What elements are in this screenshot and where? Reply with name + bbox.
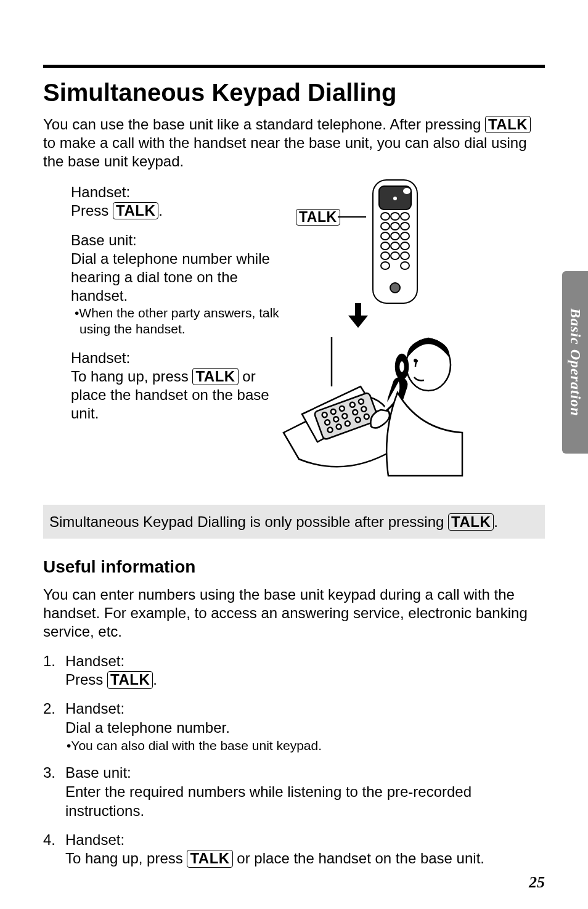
svg-point-26	[339, 406, 345, 412]
item-1-l2b: .	[153, 671, 157, 688]
item-2-l1: Handset:	[65, 699, 545, 719]
svg-point-34	[352, 409, 358, 415]
step-2-note: •When the other party answers, talk usin…	[71, 305, 280, 338]
item-2-note: •You can also dial with the base unit ke…	[65, 738, 545, 754]
svg-point-2	[403, 188, 410, 194]
talk-key-icon: TALK	[113, 202, 158, 219]
svg-point-21	[390, 283, 400, 293]
item-1-l1: Handset:	[65, 652, 545, 671]
svg-point-25	[330, 409, 337, 415]
step-1-line2a: Press	[71, 202, 113, 219]
talk-key-icon: TALK	[448, 513, 494, 531]
item-number: 3.	[43, 764, 55, 783]
item-2-l2: Dial a telephone number.	[65, 719, 545, 738]
talk-key-icon: TALK	[296, 209, 340, 226]
useful-intro: You can enter numbers using the base uni…	[43, 585, 545, 641]
item-3-l1: Base unit:	[65, 764, 545, 783]
callout-box: Simultaneous Keypad Dialling is only pos…	[43, 505, 545, 539]
intro-text-b: to make a call with the handset near the…	[43, 134, 527, 169]
svg-point-3	[393, 197, 397, 200]
svg-point-8	[391, 222, 399, 230]
step-2-line1: Base unit:	[71, 231, 280, 250]
svg-point-33	[349, 402, 356, 408]
step-2: Base unit: Dial a telephone number while…	[71, 231, 280, 338]
list-item: 1. Handset: Press TALK.	[43, 652, 545, 690]
intro-paragraph: You can use the base unit like a standar…	[43, 115, 545, 171]
svg-point-29	[341, 413, 348, 419]
callout-a: Simultaneous Keypad Dialling is only pos…	[49, 513, 448, 530]
svg-point-17	[391, 252, 399, 259]
svg-point-40	[414, 359, 416, 361]
talk-key-icon: TALK	[192, 368, 238, 385]
page-title: Simultaneous Keypad Dialling	[43, 79, 545, 107]
svg-point-14	[391, 242, 399, 250]
step-1-line2b: .	[158, 202, 163, 219]
list-item: 2. Handset: Dial a telephone number. •Yo…	[43, 699, 545, 754]
svg-point-20	[401, 262, 409, 269]
svg-point-19	[381, 262, 390, 269]
handset-illustration	[348, 177, 459, 319]
page-number: 25	[529, 873, 545, 892]
svg-point-30	[327, 426, 333, 433]
svg-point-10	[381, 232, 390, 240]
svg-point-12	[401, 232, 409, 240]
svg-point-7	[381, 222, 390, 230]
steps-column: Handset: Press TALK. Base unit: Dial a t…	[43, 183, 280, 434]
item-4-l2a: To hang up, press	[65, 850, 187, 866]
svg-point-27	[324, 419, 330, 425]
list-item: 3. Base unit: Enter the required numbers…	[43, 764, 545, 820]
svg-point-18	[401, 252, 409, 259]
svg-point-28	[333, 416, 339, 422]
svg-point-13	[381, 242, 390, 250]
arrow-down-icon	[348, 303, 368, 328]
illustration-column: TALK	[280, 183, 545, 434]
svg-point-36	[358, 398, 364, 404]
step-1-line1: Handset:	[71, 183, 280, 202]
person-base-illustration	[265, 325, 468, 479]
item-number: 1.	[43, 652, 55, 671]
svg-point-37	[361, 406, 367, 412]
useful-heading: Useful information	[43, 557, 545, 577]
item-3-l2: Enter the required numbers while listeni…	[65, 783, 545, 820]
step-2-line2: Dial a telephone number while hearing a …	[71, 250, 280, 305]
talk-key-icon: TALK	[107, 671, 153, 688]
svg-point-42	[399, 361, 405, 373]
item-1-l2a: Press	[65, 671, 107, 688]
svg-point-4	[381, 213, 390, 220]
svg-point-38	[364, 414, 370, 420]
intro-text-a: You can use the base unit like a standar…	[43, 116, 485, 132]
svg-point-5	[391, 213, 399, 220]
svg-point-35	[355, 417, 361, 423]
svg-point-6	[401, 213, 409, 220]
step-3-line2a: To hang up, press	[71, 368, 192, 385]
item-number: 4.	[43, 831, 55, 850]
svg-point-9	[401, 222, 409, 230]
svg-point-15	[401, 242, 409, 250]
callout-b: .	[494, 513, 498, 530]
list-item: 4. Handset: To hang up, press TALK or pl…	[43, 831, 545, 868]
step-1: Handset: Press TALK.	[71, 183, 280, 220]
step-3: Handset: To hang up, press TALK or place…	[71, 349, 280, 423]
svg-point-32	[345, 420, 351, 426]
svg-point-31	[336, 423, 342, 430]
useful-list: 1. Handset: Press TALK. 2. Handset: Dial…	[43, 652, 545, 868]
step-3-line1: Handset:	[71, 349, 280, 367]
talk-key-icon: TALK	[485, 116, 531, 133]
item-4-l1: Handset:	[65, 831, 545, 850]
item-4-l2b: or place the handset on the base unit.	[233, 850, 484, 866]
item-number: 2.	[43, 699, 55, 719]
talk-key-icon: TALK	[187, 850, 232, 867]
svg-point-11	[391, 232, 399, 240]
svg-point-24	[322, 412, 328, 418]
diagram-talk-label: TALK	[296, 209, 340, 226]
svg-point-16	[381, 252, 390, 259]
top-rule	[43, 65, 545, 68]
